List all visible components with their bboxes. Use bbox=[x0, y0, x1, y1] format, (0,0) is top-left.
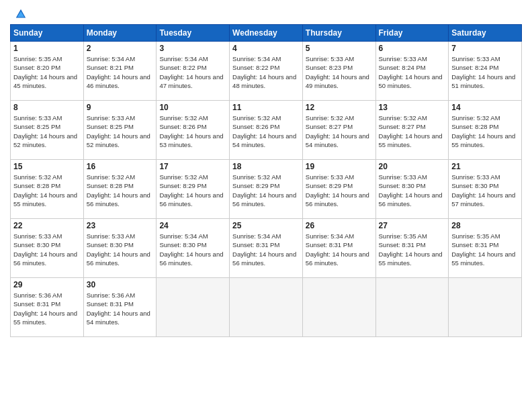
day-number: 11 bbox=[232, 103, 300, 112]
sunrise-label: Sunrise: 5:33 AM bbox=[306, 55, 354, 62]
sunset-label: Sunset: 8:29 PM bbox=[159, 182, 206, 189]
table-cell bbox=[302, 278, 375, 337]
sunset-label: Sunset: 8:31 PM bbox=[87, 300, 134, 308]
day-number: 25 bbox=[232, 221, 300, 230]
table-cell: 20 Sunrise: 5:33 AM Sunset: 8:30 PM Dayl… bbox=[375, 160, 449, 219]
day-info: Sunrise: 5:33 AM Sunset: 8:24 PM Dayligh… bbox=[379, 54, 446, 90]
sunset-label: Sunset: 8:25 PM bbox=[13, 123, 60, 130]
daylight-label: Daylight: 14 hours and 56 minutes. bbox=[159, 191, 223, 208]
day-info: Sunrise: 5:33 AM Sunset: 8:23 PM Dayligh… bbox=[306, 54, 373, 90]
sunset-label: Sunset: 8:31 PM bbox=[232, 241, 279, 248]
sunrise-label: Sunrise: 5:34 AM bbox=[87, 55, 135, 62]
table-cell: 29 Sunrise: 5:36 AM Sunset: 8:31 PM Dayl… bbox=[11, 278, 84, 337]
logo-icon bbox=[15, 8, 27, 20]
sunrise-label: Sunrise: 5:32 AM bbox=[159, 173, 208, 181]
table-cell: 27 Sunrise: 5:35 AM Sunset: 8:31 PM Dayl… bbox=[375, 219, 449, 278]
day-info: Sunrise: 5:33 AM Sunset: 8:25 PM Dayligh… bbox=[87, 113, 154, 149]
sunset-label: Sunset: 8:22 PM bbox=[159, 64, 206, 71]
sunset-label: Sunset: 8:23 PM bbox=[306, 64, 353, 71]
col-monday: Monday bbox=[83, 25, 157, 42]
table-cell bbox=[157, 278, 230, 337]
table-cell: 24 Sunrise: 5:34 AM Sunset: 8:30 PM Dayl… bbox=[157, 219, 230, 278]
day-info: Sunrise: 5:36 AM Sunset: 8:31 PM Dayligh… bbox=[13, 291, 81, 326]
table-cell bbox=[375, 278, 449, 337]
sunrise-label: Sunrise: 5:33 AM bbox=[306, 173, 354, 181]
day-info: Sunrise: 5:36 AM Sunset: 8:31 PM Dayligh… bbox=[87, 291, 154, 326]
day-number: 2 bbox=[87, 44, 154, 53]
daylight-label: Daylight: 14 hours and 55 minutes. bbox=[13, 191, 77, 208]
sunset-label: Sunset: 8:24 PM bbox=[451, 64, 498, 71]
table-cell: 15 Sunrise: 5:32 AM Sunset: 8:28 PM Dayl… bbox=[11, 160, 84, 219]
table-cell bbox=[449, 278, 522, 337]
sunset-label: Sunset: 8:20 PM bbox=[13, 64, 60, 71]
col-saturday: Saturday bbox=[449, 25, 522, 42]
day-number: 21 bbox=[451, 162, 519, 171]
sunrise-label: Sunrise: 5:34 AM bbox=[232, 232, 281, 240]
sunset-label: Sunset: 8:27 PM bbox=[306, 123, 353, 130]
day-info: Sunrise: 5:32 AM Sunset: 8:29 PM Dayligh… bbox=[159, 173, 226, 208]
sunset-label: Sunset: 8:24 PM bbox=[379, 64, 426, 71]
table-cell: 10 Sunrise: 5:32 AM Sunset: 8:26 PM Dayl… bbox=[157, 101, 230, 160]
col-sunday: Sunday bbox=[11, 25, 84, 42]
daylight-label: Daylight: 14 hours and 54 minutes. bbox=[306, 132, 369, 148]
sunrise-label: Sunrise: 5:34 AM bbox=[232, 55, 281, 62]
sunrise-label: Sunrise: 5:34 AM bbox=[306, 232, 354, 240]
daylight-label: Daylight: 14 hours and 56 minutes. bbox=[87, 191, 150, 208]
sunset-label: Sunset: 8:29 PM bbox=[306, 182, 353, 189]
daylight-label: Daylight: 14 hours and 52 minutes. bbox=[87, 132, 150, 148]
day-info: Sunrise: 5:32 AM Sunset: 8:28 PM Dayligh… bbox=[451, 113, 519, 149]
table-cell: 7 Sunrise: 5:33 AM Sunset: 8:24 PM Dayli… bbox=[449, 42, 522, 101]
sunrise-label: Sunrise: 5:32 AM bbox=[451, 114, 500, 122]
day-number: 18 bbox=[232, 162, 300, 171]
sunrise-label: Sunrise: 5:33 AM bbox=[13, 114, 62, 122]
daylight-label: Daylight: 14 hours and 55 minutes. bbox=[13, 310, 77, 326]
daylight-label: Daylight: 14 hours and 56 minutes. bbox=[87, 250, 150, 267]
sunset-label: Sunset: 8:30 PM bbox=[87, 241, 134, 248]
day-number: 5 bbox=[306, 44, 373, 53]
daylight-label: Daylight: 14 hours and 56 minutes. bbox=[232, 191, 296, 208]
sunrise-label: Sunrise: 5:33 AM bbox=[87, 232, 135, 240]
calendar-row: 15 Sunrise: 5:32 AM Sunset: 8:28 PM Dayl… bbox=[11, 160, 522, 219]
sunrise-label: Sunrise: 5:34 AM bbox=[159, 55, 208, 62]
day-info: Sunrise: 5:33 AM Sunset: 8:30 PM Dayligh… bbox=[13, 232, 81, 267]
table-cell: 23 Sunrise: 5:33 AM Sunset: 8:30 PM Dayl… bbox=[83, 219, 157, 278]
table-cell: 30 Sunrise: 5:36 AM Sunset: 8:31 PM Dayl… bbox=[83, 278, 157, 337]
sunrise-label: Sunrise: 5:33 AM bbox=[379, 173, 427, 181]
sunrise-label: Sunrise: 5:32 AM bbox=[87, 173, 135, 181]
daylight-label: Daylight: 14 hours and 46 minutes. bbox=[87, 73, 150, 89]
sunrise-label: Sunrise: 5:33 AM bbox=[379, 55, 427, 62]
day-number: 13 bbox=[379, 103, 446, 112]
daylight-label: Daylight: 14 hours and 57 minutes. bbox=[451, 191, 515, 208]
calendar-row: 22 Sunrise: 5:33 AM Sunset: 8:30 PM Dayl… bbox=[11, 219, 522, 278]
table-cell: 13 Sunrise: 5:32 AM Sunset: 8:27 PM Dayl… bbox=[375, 101, 449, 160]
sunrise-label: Sunrise: 5:32 AM bbox=[379, 114, 427, 122]
day-info: Sunrise: 5:35 AM Sunset: 8:31 PM Dayligh… bbox=[451, 232, 519, 267]
daylight-label: Daylight: 14 hours and 53 minutes. bbox=[159, 132, 223, 148]
day-number: 26 bbox=[306, 221, 373, 230]
daylight-label: Daylight: 14 hours and 48 minutes. bbox=[232, 73, 296, 89]
sunset-label: Sunset: 8:28 PM bbox=[87, 182, 134, 189]
table-cell: 4 Sunrise: 5:34 AM Sunset: 8:22 PM Dayli… bbox=[230, 42, 303, 101]
sunrise-label: Sunrise: 5:36 AM bbox=[87, 291, 135, 299]
table-cell: 21 Sunrise: 5:33 AM Sunset: 8:30 PM Dayl… bbox=[449, 160, 522, 219]
table-cell: 26 Sunrise: 5:34 AM Sunset: 8:31 PM Dayl… bbox=[302, 219, 375, 278]
table-cell: 2 Sunrise: 5:34 AM Sunset: 8:21 PM Dayli… bbox=[83, 42, 157, 101]
day-info: Sunrise: 5:32 AM Sunset: 8:27 PM Dayligh… bbox=[379, 113, 446, 149]
day-info: Sunrise: 5:34 AM Sunset: 8:31 PM Dayligh… bbox=[232, 232, 300, 267]
sunset-label: Sunset: 8:25 PM bbox=[87, 123, 134, 130]
table-cell: 17 Sunrise: 5:32 AM Sunset: 8:29 PM Dayl… bbox=[157, 160, 230, 219]
sunset-label: Sunset: 8:31 PM bbox=[379, 241, 426, 248]
sunrise-label: Sunrise: 5:34 AM bbox=[159, 232, 208, 240]
daylight-label: Daylight: 14 hours and 56 minutes. bbox=[159, 250, 223, 267]
calendar-table: Sunday Monday Tuesday Wednesday Thursday… bbox=[10, 24, 522, 337]
day-number: 6 bbox=[379, 44, 446, 53]
col-thursday: Thursday bbox=[302, 25, 375, 42]
day-number: 19 bbox=[306, 162, 373, 171]
daylight-label: Daylight: 14 hours and 54 minutes. bbox=[87, 310, 150, 326]
table-cell: 19 Sunrise: 5:33 AM Sunset: 8:29 PM Dayl… bbox=[302, 160, 375, 219]
day-info: Sunrise: 5:33 AM Sunset: 8:25 PM Dayligh… bbox=[13, 113, 81, 149]
logo bbox=[13, 9, 27, 19]
sunset-label: Sunset: 8:31 PM bbox=[306, 241, 353, 248]
daylight-label: Daylight: 14 hours and 55 minutes. bbox=[451, 132, 515, 148]
table-cell: 8 Sunrise: 5:33 AM Sunset: 8:25 PM Dayli… bbox=[11, 101, 84, 160]
